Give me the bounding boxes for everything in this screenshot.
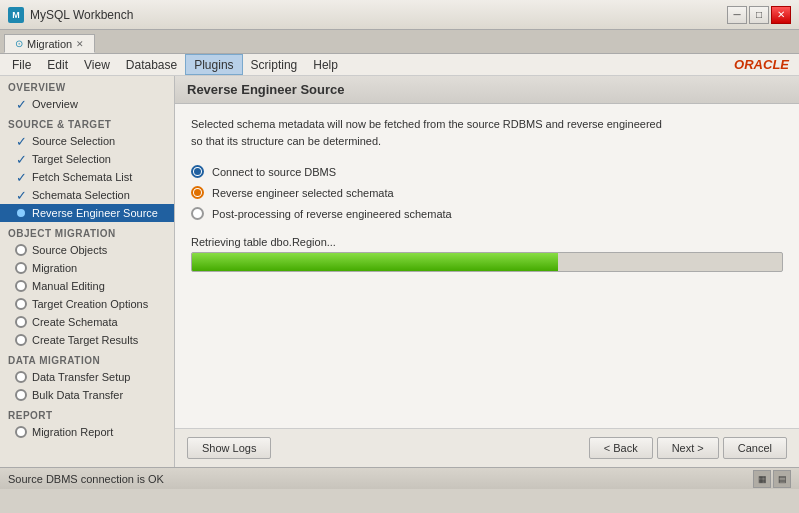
radio-indicator <box>191 207 204 220</box>
sidebar-item[interactable]: Data Transfer Setup <box>0 368 174 386</box>
sidebar-item-label: Source Selection <box>32 135 115 147</box>
content-area: Reverse Engineer Source Selected schema … <box>175 76 799 467</box>
sidebar-item-label: Create Schemata <box>32 316 118 328</box>
menu-database[interactable]: Database <box>118 54 185 75</box>
menu-plugins[interactable]: Plugins <box>185 54 242 75</box>
app-icon: M <box>8 7 24 23</box>
sidebar-item[interactable]: Migration <box>0 259 174 277</box>
sidebar: OVERVIEW✓OverviewSOURCE & TARGET✓Source … <box>0 76 175 467</box>
document-tab-bar: ⊙ Migration ✕ <box>0 30 799 54</box>
sidebar-item-label: Target Selection <box>32 153 111 165</box>
tab-close-icon[interactable]: ✕ <box>76 39 84 49</box>
menu-edit[interactable]: Edit <box>39 54 76 75</box>
sidebar-item[interactable]: ✓Schemata Selection <box>0 186 174 204</box>
app-title: MySQL Workbench <box>30 8 727 22</box>
radio-indicator <box>191 186 204 199</box>
menu-bar: File Edit View Database Plugins Scriptin… <box>0 54 799 76</box>
status-bar: Source DBMS connection is OK ▦ ▤ <box>0 467 799 489</box>
main-layout: OVERVIEW✓OverviewSOURCE & TARGET✓Source … <box>0 76 799 467</box>
circle-icon <box>14 243 28 257</box>
circle-icon <box>14 388 28 402</box>
sidebar-item-label: Overview <box>32 98 78 110</box>
sidebar-item[interactable]: ✓Target Selection <box>0 150 174 168</box>
check-icon: ✓ <box>14 188 28 202</box>
sidebar-item-label: Bulk Data Transfer <box>32 389 123 401</box>
close-button[interactable]: ✕ <box>771 6 791 24</box>
radio-label: Post-processing of reverse engineered sc… <box>212 208 452 220</box>
sidebar-item-label: Target Creation Options <box>32 298 148 310</box>
back-button[interactable]: < Back <box>589 437 653 459</box>
menu-view[interactable]: View <box>76 54 118 75</box>
title-bar: M MySQL Workbench ─ □ ✕ <box>0 0 799 30</box>
content-footer: Show Logs < Back Next > Cancel <box>175 428 799 467</box>
minimize-button[interactable]: ─ <box>727 6 747 24</box>
sidebar-item[interactable]: Manual Editing <box>0 277 174 295</box>
sidebar-item-label: Schemata Selection <box>32 189 130 201</box>
active-dot-icon <box>14 206 28 220</box>
radio-indicator <box>191 165 204 178</box>
circle-icon <box>14 370 28 384</box>
circle-icon <box>14 333 28 347</box>
check-icon: ✓ <box>14 97 28 111</box>
radio-label: Reverse engineer selected schemata <box>212 187 394 199</box>
show-logs-button[interactable]: Show Logs <box>187 437 271 459</box>
sidebar-item[interactable]: ✓Fetch Schemata List <box>0 168 174 186</box>
sidebar-item[interactable]: ✓Source Selection <box>0 132 174 150</box>
status-icon-2: ▤ <box>773 470 791 488</box>
sidebar-item-label: Fetch Schemata List <box>32 171 132 183</box>
sidebar-item[interactable]: Create Target Results <box>0 331 174 349</box>
circle-icon <box>14 297 28 311</box>
sidebar-item-label: Migration Report <box>32 426 113 438</box>
sidebar-section-header: SOURCE & TARGET <box>0 113 174 132</box>
radio-label: Connect to source DBMS <box>212 166 336 178</box>
sidebar-item[interactable]: Migration Report <box>0 423 174 441</box>
circle-icon <box>14 425 28 439</box>
next-button[interactable]: Next > <box>657 437 719 459</box>
sidebar-section-header: OVERVIEW <box>0 76 174 95</box>
sidebar-item[interactable]: ✓Overview <box>0 95 174 113</box>
circle-icon <box>14 279 28 293</box>
circle-icon <box>14 315 28 329</box>
radio-option-1[interactable]: Reverse engineer selected schemata <box>191 186 783 199</box>
sidebar-item-label: Data Transfer Setup <box>32 371 130 383</box>
sidebar-section-header: DATA MIGRATION <box>0 349 174 368</box>
check-icon: ✓ <box>14 170 28 184</box>
sidebar-item-label: Manual Editing <box>32 280 105 292</box>
sidebar-section-header: OBJECT MIGRATION <box>0 222 174 241</box>
sidebar-item[interactable]: Create Schemata <box>0 313 174 331</box>
progress-bar-container <box>191 252 783 272</box>
status-message: Source DBMS connection is OK <box>8 473 164 485</box>
sidebar-section-header: REPORT <box>0 404 174 423</box>
migration-tab[interactable]: ⊙ Migration ✕ <box>4 34 95 53</box>
status-icon-1: ▦ <box>753 470 771 488</box>
menu-help[interactable]: Help <box>305 54 346 75</box>
oracle-logo: ORACLE <box>734 57 795 72</box>
content-description: Selected schema metadata will now be fet… <box>191 116 783 149</box>
nav-buttons: < Back Next > Cancel <box>589 437 787 459</box>
menu-file[interactable]: File <box>4 54 39 75</box>
radio-option-0[interactable]: Connect to source DBMS <box>191 165 783 178</box>
progress-label: Retrieving table dbo.Region... <box>191 236 783 248</box>
sidebar-item-label: Create Target Results <box>32 334 138 346</box>
sidebar-item-label: Migration <box>32 262 77 274</box>
cancel-button[interactable]: Cancel <box>723 437 787 459</box>
sidebar-item-label: Reverse Engineer Source <box>32 207 158 219</box>
check-icon: ✓ <box>14 152 28 166</box>
circle-icon <box>14 261 28 275</box>
sidebar-item[interactable]: Source Objects <box>0 241 174 259</box>
maximize-button[interactable]: □ <box>749 6 769 24</box>
status-icons: ▦ ▤ <box>753 470 791 488</box>
sidebar-item[interactable]: Bulk Data Transfer <box>0 386 174 404</box>
content-header: Reverse Engineer Source <box>175 76 799 104</box>
content-body: Selected schema metadata will now be fet… <box>175 104 799 428</box>
sidebar-item-label: Source Objects <box>32 244 107 256</box>
progress-section: Retrieving table dbo.Region... <box>191 236 783 272</box>
sidebar-item[interactable]: Target Creation Options <box>0 295 174 313</box>
menu-scripting[interactable]: Scripting <box>243 54 306 75</box>
radio-option-2[interactable]: Post-processing of reverse engineered sc… <box>191 207 783 220</box>
sidebar-item[interactable]: Reverse Engineer Source <box>0 204 174 222</box>
window-controls: ─ □ ✕ <box>727 6 791 24</box>
check-icon: ✓ <box>14 134 28 148</box>
progress-bar-fill <box>192 253 558 271</box>
